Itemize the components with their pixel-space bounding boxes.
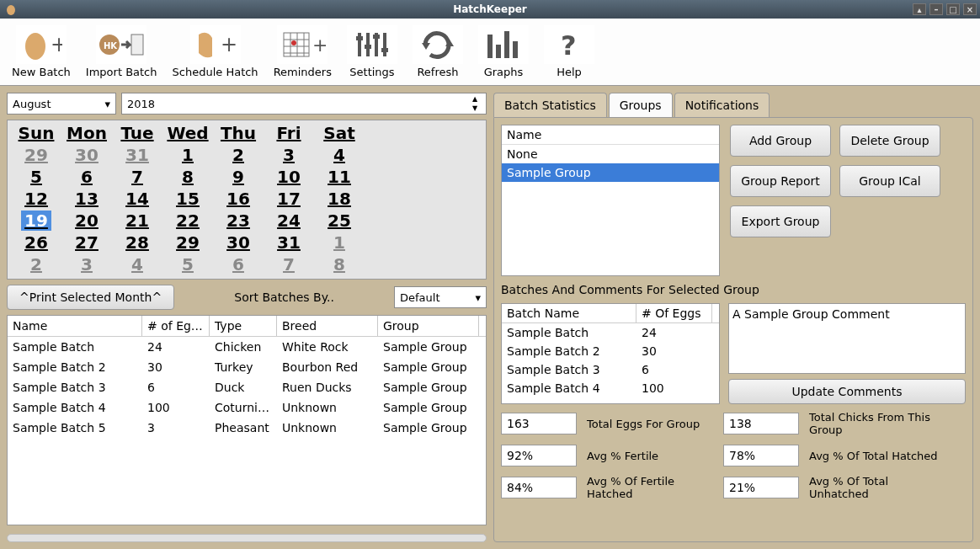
calendar-day[interactable]: 30 bbox=[61, 144, 112, 166]
calendar-day[interactable]: 7 bbox=[264, 253, 314, 275]
calendar-day[interactable]: 7 bbox=[112, 166, 162, 188]
calendar-day[interactable]: 8 bbox=[162, 166, 213, 188]
avg-fertile-input[interactable] bbox=[501, 445, 577, 466]
calendar-day[interactable]: 28 bbox=[112, 232, 162, 253]
calendar-day[interactable]: 5 bbox=[11, 166, 61, 188]
group-comment-input[interactable] bbox=[728, 303, 966, 374]
delete-group-button[interactable]: Delete Group bbox=[839, 125, 940, 157]
calendar-day[interactable]: 8 bbox=[314, 253, 365, 275]
calendar-day[interactable]: 4 bbox=[314, 144, 365, 166]
calendar-day[interactable]: 5 bbox=[162, 253, 213, 275]
col-header-type[interactable]: Type bbox=[210, 316, 277, 336]
window-maximize-button[interactable]: □ bbox=[946, 3, 960, 15]
group-list[interactable]: Name NoneSample Group bbox=[501, 125, 720, 276]
total-chicks-input[interactable] bbox=[723, 413, 799, 434]
import-batch-button[interactable]: HK Import Batch bbox=[81, 24, 162, 85]
calendar-day[interactable]: 15 bbox=[162, 188, 213, 210]
calendar-day[interactable]: 14 bbox=[112, 188, 162, 210]
avg-total-unhatched-input[interactable] bbox=[723, 477, 799, 498]
year-up-button[interactable]: ▲ bbox=[469, 94, 481, 104]
calendar-day[interactable]: 27 bbox=[61, 232, 112, 253]
calendar-day[interactable]: 16 bbox=[213, 188, 264, 210]
calendar-day[interactable]: 23 bbox=[213, 210, 264, 232]
calendar-day[interactable]: 6 bbox=[213, 253, 264, 275]
group-list-item[interactable]: Sample Group bbox=[502, 163, 719, 182]
calendar-day[interactable]: 29 bbox=[162, 232, 213, 253]
calendar-day[interactable]: 13 bbox=[61, 188, 112, 210]
calendar-day[interactable]: 2 bbox=[11, 253, 61, 275]
calendar-day[interactable]: 31 bbox=[264, 232, 314, 253]
calendar-day[interactable]: 26 bbox=[11, 232, 61, 253]
list-item[interactable]: Sample Batch 230 bbox=[502, 342, 719, 360]
table-row[interactable]: Sample Batch 230TurkeyBourbon RedSample … bbox=[8, 357, 486, 377]
calendar-day[interactable]: 17 bbox=[264, 188, 314, 210]
col-header-batch-name[interactable]: Batch Name bbox=[502, 304, 636, 322]
table-row[interactable]: Sample Batch 53PheasantUnknownSample Gro… bbox=[8, 418, 486, 438]
list-item[interactable]: Sample Batch 4100 bbox=[502, 379, 719, 397]
graphs-button[interactable]: Graphs bbox=[473, 24, 534, 85]
calendar-day[interactable]: 2 bbox=[213, 144, 264, 166]
group-report-button[interactable]: Group Report bbox=[730, 165, 831, 197]
calendar-day[interactable]: 24 bbox=[264, 210, 314, 232]
calendar-day[interactable]: 10 bbox=[264, 166, 314, 188]
table-row[interactable]: Sample Batch24ChickenWhite RockSample Gr… bbox=[8, 337, 486, 357]
window-minimize-button[interactable]: – bbox=[929, 3, 943, 15]
calendar-day[interactable]: 22 bbox=[162, 210, 213, 232]
col-header-num-eggs[interactable]: # Of Eggs bbox=[636, 304, 712, 322]
col-header-breed[interactable]: Breed bbox=[277, 316, 378, 336]
list-item[interactable]: Sample Batch 36 bbox=[502, 360, 719, 379]
col-header-group[interactable]: Group bbox=[378, 316, 479, 336]
window-title: HatchKeeper bbox=[453, 3, 527, 15]
calendar-day[interactable]: 20 bbox=[61, 210, 112, 232]
svg-rect-23 bbox=[381, 48, 388, 52]
horizontal-scrollbar[interactable] bbox=[7, 534, 487, 542]
reminders-button[interactable]: + Reminders bbox=[269, 24, 337, 85]
calendar-day[interactable]: 3 bbox=[264, 144, 314, 166]
new-batch-button[interactable]: + New Batch bbox=[7, 24, 76, 85]
export-group-button[interactable]: Export Group bbox=[730, 205, 831, 237]
col-header-name[interactable]: Name bbox=[8, 316, 142, 336]
table-row[interactable]: Sample Batch 36DuckRuen DucksSample Grou… bbox=[8, 377, 486, 397]
calendar-day[interactable]: 9 bbox=[213, 166, 264, 188]
calendar-day[interactable]: 18 bbox=[314, 188, 365, 210]
calendar-day[interactable]: 19 bbox=[11, 210, 61, 232]
schedule-hatch-button[interactable]: + Schedule Hatch bbox=[168, 24, 264, 85]
avg-fertile-hatched-input[interactable] bbox=[501, 477, 577, 498]
group-batch-list[interactable]: Batch Name # Of Eggs Sample Batch24Sampl… bbox=[501, 303, 720, 404]
window-close-button[interactable]: × bbox=[963, 3, 977, 15]
calendar-day[interactable]: 4 bbox=[112, 253, 162, 275]
calendar-day[interactable]: 11 bbox=[314, 166, 365, 188]
col-header-eggs[interactable]: # of Eggs bbox=[142, 316, 210, 336]
calendar-day[interactable]: 29 bbox=[11, 144, 61, 166]
sort-select[interactable]: Default ▾ bbox=[394, 286, 487, 308]
total-eggs-input[interactable] bbox=[501, 413, 577, 434]
calendar-day[interactable]: 12 bbox=[11, 188, 61, 210]
tab-groups[interactable]: Groups bbox=[609, 93, 673, 117]
table-row[interactable]: Sample Batch 4100Coturnix ...UnknownSamp… bbox=[8, 397, 486, 418]
list-item[interactable]: Sample Batch24 bbox=[502, 323, 719, 342]
month-select[interactable]: August ▾ bbox=[7, 93, 116, 115]
settings-button[interactable]: Settings bbox=[342, 24, 402, 85]
refresh-button[interactable]: Refresh bbox=[407, 24, 468, 85]
calendar-day[interactable]: 1 bbox=[314, 232, 365, 253]
help-button[interactable]: ? Help bbox=[539, 24, 599, 85]
calendar-day[interactable]: 30 bbox=[213, 232, 264, 253]
sort-label: Sort Batches By.. bbox=[183, 290, 386, 304]
calendar-day[interactable]: 6 bbox=[61, 166, 112, 188]
window-shade-button[interactable]: ▴ bbox=[913, 3, 926, 15]
calendar-day[interactable]: 21 bbox=[112, 210, 162, 232]
calendar-day[interactable]: 31 bbox=[112, 144, 162, 166]
print-month-button[interactable]: ^Print Selected Month^ bbox=[7, 285, 174, 310]
year-input[interactable]: 2018 ▲ ▼ bbox=[121, 93, 487, 115]
calendar-day[interactable]: 1 bbox=[162, 144, 213, 166]
calendar-day[interactable]: 3 bbox=[61, 253, 112, 275]
group-ical-button[interactable]: Group ICal bbox=[839, 165, 940, 197]
add-group-button[interactable]: Add Group bbox=[730, 125, 831, 157]
year-down-button[interactable]: ▼ bbox=[469, 104, 481, 113]
avg-total-hatched-input[interactable] bbox=[723, 445, 799, 466]
update-comments-button[interactable]: Update Comments bbox=[728, 379, 966, 404]
tab-notifications[interactable]: Notifications bbox=[674, 93, 770, 117]
tab-batch-statistics[interactable]: Batch Statistics bbox=[493, 93, 607, 117]
calendar-day[interactable]: 25 bbox=[314, 210, 365, 232]
group-list-item[interactable]: None bbox=[502, 145, 719, 163]
